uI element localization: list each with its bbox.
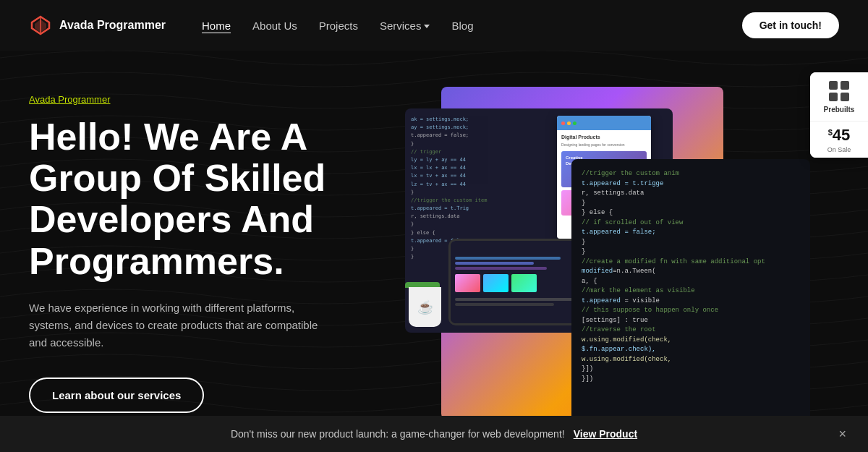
grid-icon	[827, 80, 851, 103]
prebuilts-price-area: $ 45 On Sale	[810, 121, 868, 158]
nav-link-home[interactable]: Home	[202, 20, 231, 32]
prebuilts-icon-img	[827, 80, 851, 103]
tablet-bar-2	[455, 262, 534, 265]
hero-left: Avada Programmer Hello! We Are A Group O…	[29, 87, 391, 413]
hero-title: Hello! We Are A Group Of Skilled Develop…	[29, 116, 391, 282]
learn-services-button[interactable]: Learn about our services	[29, 378, 204, 413]
prebuilts-panel[interactable]: Prebuilts $ 45 On Sale	[810, 72, 868, 158]
code-line-10: //create a modified fn with same additio…	[582, 257, 800, 268]
code-line-8: }	[582, 238, 800, 248]
code-panel: //trigger the custom anim t.appeared = t…	[571, 159, 810, 427]
logo-text: Avada Programmer	[59, 19, 166, 32]
tablet-screen	[451, 241, 591, 323]
code-line-18: w.using.modified(check,	[582, 336, 800, 346]
prebuilts-label: Prebuilts	[824, 106, 855, 114]
wp-subtitle: Designing landing pages for conversion	[561, 142, 647, 147]
wp-dot-red	[561, 121, 565, 125]
nav-link-projects[interactable]: Projects	[319, 20, 358, 32]
hero-description: We have experience in working with diffe…	[29, 299, 318, 351]
code-line-16: [settings] : true	[582, 316, 800, 326]
hero-brand-link[interactable]: Avada Programmer	[29, 94, 391, 105]
code-line-22: }])	[582, 375, 800, 385]
tablet-content	[451, 252, 591, 312]
notification-link[interactable]: View Product	[574, 428, 637, 440]
tablet-bar-3	[455, 267, 547, 270]
code-line-1: //trigger the custom anim	[582, 169, 800, 179]
code-line-6: // if scrolled out of view	[582, 218, 800, 229]
tablet-bar-5	[455, 303, 554, 306]
navbar: Avada Programmer Home About Us Projects …	[0, 0, 868, 51]
coffee-cup-container: ☕	[405, 282, 445, 333]
code-line-21: }])	[582, 364, 800, 375]
code-line-13: //mark the element as visible	[582, 286, 800, 297]
code-lines: //trigger the custom anim t.appeared = t…	[582, 169, 800, 384]
price-value: 45	[833, 126, 850, 145]
tablet-thumbnails	[455, 274, 587, 292]
code-line-9: }	[582, 247, 800, 257]
code-line-3: r, settings.data	[582, 189, 800, 199]
code-line-12: a, {	[582, 277, 800, 287]
code-line-17: //traverse the root	[582, 325, 800, 336]
prebuilts-icon-area[interactable]: Prebuilts	[810, 72, 868, 121]
services-chevron-icon	[424, 25, 430, 28]
code-line-15: // this suppose to happen only once	[582, 306, 800, 316]
price-amount: $ 45	[817, 126, 861, 145]
get-in-touch-button[interactable]: Get in touch!	[742, 12, 839, 38]
code-line-20: w.using.modified(check,	[582, 355, 800, 365]
svg-rect-5	[829, 93, 838, 101]
code-line-11: modified=n.a.Tween(	[582, 267, 800, 277]
thumbnail-1	[455, 274, 480, 292]
nav-link-blog[interactable]: Blog	[451, 20, 473, 32]
code-line-4: }	[582, 199, 800, 209]
svg-rect-6	[841, 93, 849, 101]
tablet-bar-4	[455, 298, 574, 301]
code-line-14: t.appeared = visible	[582, 297, 800, 307]
website-preview-header	[557, 116, 651, 130]
code-line-7: t.appeared = false;	[582, 228, 800, 238]
nav-link-about[interactable]: About Us	[252, 20, 297, 32]
notification-text: Don't miss our new product launch: a gam…	[231, 428, 565, 440]
price-on-sale: On Sale	[817, 146, 861, 153]
coffee-logo: ☕	[417, 299, 433, 315]
main-content: Avada Programmer Hello! We Are A Group O…	[0, 51, 868, 416]
wp-dot-green	[573, 121, 576, 125]
code-line-19: $.fn.appear.check),	[582, 345, 800, 355]
notification-bar: Don't miss our new product launch: a gam…	[0, 416, 868, 452]
coffee-cup: ☕	[409, 287, 441, 327]
svg-rect-4	[841, 81, 849, 90]
logo[interactable]: Avada Programmer	[29, 14, 166, 37]
nav-links: Home About Us Projects Services Blog	[202, 20, 742, 32]
logo-icon	[29, 14, 52, 37]
wp-dot-yellow	[567, 121, 571, 125]
nav-link-services[interactable]: Services	[380, 20, 430, 32]
code-line-2: t.appeared = t.trigge	[582, 179, 800, 189]
code-line-5: } else {	[582, 208, 800, 218]
thumbnail-3	[511, 274, 537, 292]
hero-right: ak = settings.mock; ay = settings.mock; …	[405, 87, 839, 419]
thumbnail-2	[483, 274, 509, 292]
tablet-bar-1	[455, 257, 561, 260]
notification-close-button[interactable]: ×	[838, 427, 846, 442]
svg-rect-3	[829, 81, 838, 90]
wp-title: Digital Products	[561, 135, 647, 140]
